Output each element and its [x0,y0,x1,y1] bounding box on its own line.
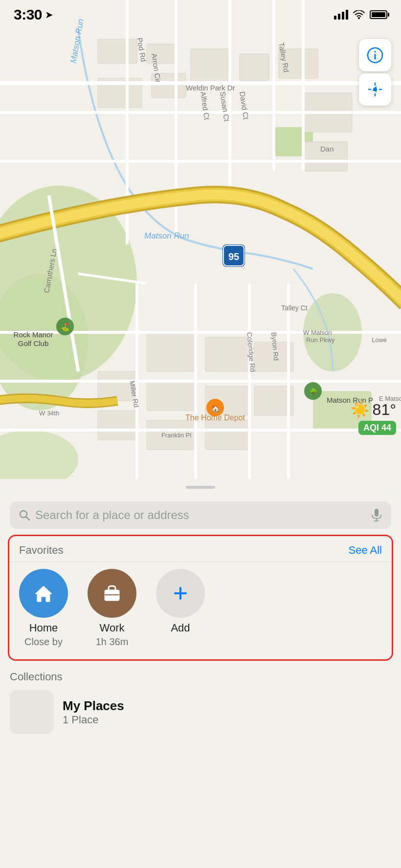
add-icon [168,581,193,606]
signal-bar-3 [342,12,344,20]
add-label: Add [171,622,190,634]
map-area[interactable]: 95 ⛳ 🏠 🌳 Matson Run Matson Run Pod Rd Ar… [0,0,401,479]
battery-fill [372,12,385,17]
svg-text:🌳: 🌳 [309,388,318,396]
svg-text:Franklin Pl: Franklin Pl [161,432,192,439]
work-label: Work [100,622,125,634]
home-sublabel: Close by [24,636,63,648]
info-button[interactable] [359,39,391,71]
svg-point-79 [374,51,376,53]
favorites-divider [9,562,392,562]
location-button[interactable] [359,73,391,106]
weather-sun-icon: ☀️ [350,400,370,419]
map-controls [359,39,391,106]
svg-text:Run Pkwy: Run Pkwy [306,336,335,344]
favorites-container: Favorites See All Home Close by [8,535,393,661]
svg-text:95: 95 [228,251,239,262]
weather-temperature: 81° [373,401,396,419]
my-places-info: My Places 1 Place [63,698,391,726]
svg-text:Matson Run: Matson Run [144,231,189,240]
svg-rect-83 [375,509,379,517]
my-places-thumbnail [10,690,54,734]
status-time: 3:30 [14,6,42,23]
svg-text:⛳: ⛳ [60,323,70,332]
add-icon-circle [156,569,205,618]
svg-text:Talley Ct: Talley Ct [281,304,308,312]
svg-rect-18 [147,381,196,411]
my-places-name: My Places [63,698,391,714]
favorites-title: Favorites [19,544,63,557]
work-icon-circle [88,569,136,618]
svg-rect-16 [147,332,196,371]
status-icons [334,10,387,20]
work-icon [100,581,124,606]
svg-text:Golf Club: Golf Club [18,339,49,347]
collections-title: Collections [10,671,391,683]
svg-text:🏠: 🏠 [211,405,220,413]
map-svg: 95 ⛳ 🏠 🌳 Matson Run Matson Run Pod Rd Ar… [0,0,401,479]
favorite-add[interactable]: Add [156,569,205,636]
signal-bars [334,10,348,20]
svg-text:Weldin Park Dr: Weldin Park Dr [186,84,235,92]
my-places-count: 1 Place [63,714,391,726]
battery-icon [370,10,387,19]
favorite-work[interactable]: Work 1h 36m [88,569,136,648]
my-places-card[interactable]: My Places 1 Place [10,690,391,734]
search-placeholder: Search for a place or address [35,508,366,522]
search-icon [19,509,30,521]
svg-rect-7 [98,39,137,64]
wifi-icon [353,10,365,19]
favorites-row: Home Close by Work 1h 36m [9,564,392,659]
status-bar: 3:30 ➤ [0,0,401,29]
svg-text:W Matson: W Matson [303,329,332,336]
location-arrow-icon: ➤ [45,9,53,21]
collections-section: Collections My Places 1 Place [0,661,401,739]
signal-bar-2 [338,14,340,20]
svg-text:W 34th: W 34th [39,410,59,417]
home-label: Home [29,622,58,634]
bottom-sheet: Search for a place or address Favorites … [0,494,401,868]
svg-rect-21 [98,411,137,440]
svg-line-82 [26,517,30,521]
favorite-home[interactable]: Home Close by [19,569,68,648]
svg-text:The Home Depot: The Home Depot [185,413,245,422]
svg-text:Rock Manor: Rock Manor [14,330,53,339]
svg-rect-78 [375,54,376,60]
favorites-header: Favorites See All [9,536,392,562]
weather-widget: ☀️ 81° AQI 44 [350,400,396,435]
drag-handle[interactable] [186,486,215,489]
work-sublabel: 1h 36m [96,636,129,648]
svg-rect-17 [205,337,249,371]
search-bar[interactable]: Search for a place or address [10,501,391,529]
aqi-badge: AQI 44 [358,421,396,435]
weather-temp: ☀️ 81° [350,400,396,419]
svg-text:Dan: Dan [320,145,334,153]
svg-rect-12 [240,54,269,81]
favorites-see-all-button[interactable]: See All [349,544,382,557]
svg-rect-23 [205,420,249,450]
microphone-icon[interactable] [371,508,382,522]
home-icon-circle [19,569,68,618]
signal-bar-1 [334,16,336,20]
svg-rect-11 [191,49,230,83]
signal-bar-4 [346,10,348,20]
home-icon [31,581,56,606]
svg-text:Lowe: Lowe [372,336,387,344]
